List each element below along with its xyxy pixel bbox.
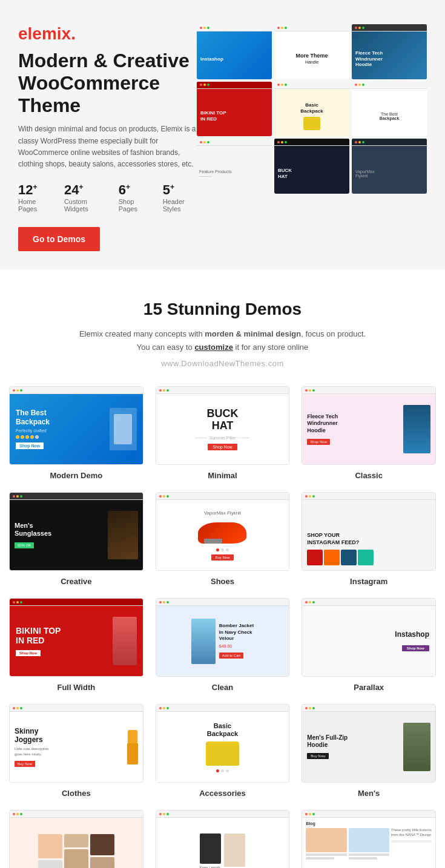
stat-header-styles: 5+ Header Styles xyxy=(163,182,197,212)
demo-label-minimal: Minimal xyxy=(208,471,237,480)
stat-home-pages: 12+ Home Pages xyxy=(18,182,50,212)
section-description: Elemix created many concepts with morden… xyxy=(12,327,433,354)
demo-thumb-classic[interactable]: Fleece TechWindrunnerHoodie Shop Now xyxy=(302,386,436,465)
demo-card-parallax: Instashop Shop Now Parallax xyxy=(302,598,436,692)
demo-card-clean: Bomber JacketIn Navy CheckVelour $49.00 … xyxy=(156,598,290,692)
section-header: 15 Stunning Demos Elemix created many co… xyxy=(0,269,445,386)
stat-custom-widgets-label: Custom Widgets xyxy=(64,198,104,212)
demo-thumb-lookbook2[interactable]: Knee LengthCotton Shorts Slim Fit xyxy=(156,810,290,868)
collage-item-5: BasicBackpack xyxy=(274,82,349,137)
demo-card-instagram: SHOP YOURINSTAGRAM FEED? Instagram xyxy=(302,492,436,586)
demo-thumb-modern[interactable]: The BestBackpack Perfectly crafted Shop … xyxy=(9,386,143,465)
logo: elemix. xyxy=(18,24,197,44)
hero-title: Modern & Creative WooCommerce Theme xyxy=(18,50,197,116)
demo-label-clothes: Clothes xyxy=(62,789,91,798)
demo-thumb-mens[interactable]: Men's Full-ZipHoodie Buy Now xyxy=(302,704,436,783)
demo-card-modern: The BestBackpack Perfectly crafted Shop … xyxy=(9,386,143,480)
section-title: 15 Stunning Demos xyxy=(12,300,433,319)
stat-shop-pages: 6+ Shop Pages xyxy=(119,182,148,212)
stat-home-pages-label: Home Pages xyxy=(18,198,50,212)
demo-thumb-minimal[interactable]: BUCKHAT Summer Filter Shop Now xyxy=(156,386,290,465)
collage-item-3: Fleece TechWindrunnerHoodie xyxy=(352,24,427,79)
demo-thumb-creative[interactable]: Men'sSunglasses 50% Off xyxy=(9,492,143,571)
demo-card-lookbook1: Lookbook v1 xyxy=(9,810,143,868)
stat-header-styles-number: 5+ xyxy=(163,182,197,198)
demo-label-accessories: Accessories xyxy=(199,789,246,798)
logo-text: elemix xyxy=(18,24,71,43)
demo-card-blog: Blog xyxy=(302,810,436,868)
stat-shop-pages-label: Shop Pages xyxy=(119,198,148,212)
collage-item-8: BUCKHAT xyxy=(274,139,349,194)
demo-thumb-instagram[interactable]: SHOP YOURINSTAGRAM FEED? xyxy=(302,492,436,571)
demo-card-clothes: SkinnyJoggers Little cute descriptiongoe… xyxy=(9,704,143,798)
demo-card-creative: Men'sSunglasses 50% Off Creative xyxy=(9,492,143,586)
demo-label-creative: Creative xyxy=(61,577,91,586)
collage-item-2: More ThemeHandle xyxy=(274,24,349,79)
go-to-demos-button[interactable]: Go to Demos xyxy=(18,227,100,251)
collage-item-1: Instashop xyxy=(197,24,272,79)
demo-card-classic: Fleece TechWindrunnerHoodie Shop Now Cla… xyxy=(302,386,436,480)
demo-thumb-shoes[interactable]: VaporMax Flyknit Buy Now xyxy=(156,492,290,571)
demo-card-accessories: BasicBackpack Accessories xyxy=(156,704,290,798)
demo-thumb-parallax[interactable]: Instashop Shop Now xyxy=(302,598,436,677)
demo-label-clean: Clean xyxy=(212,683,233,692)
stats-row: 12+ Home Pages 24+ Custom Widgets 6+ Sho… xyxy=(18,182,197,212)
demo-thumb-clean[interactable]: Bomber JacketIn Navy CheckVelour $49.00 … xyxy=(156,598,290,677)
stat-custom-widgets-number: 24+ xyxy=(64,182,104,198)
demo-label-parallax: Parallax xyxy=(354,683,384,692)
collage-item-7: Feature Products——— xyxy=(197,139,272,194)
logo-dot: . xyxy=(71,24,76,43)
collage-item-6: The BestBackpack xyxy=(352,82,427,137)
hero-right: Instashop More ThemeHandle Fleece TechWi… xyxy=(197,24,427,194)
demo-label-instagram: Instagram xyxy=(350,577,387,586)
demos-grid: The BestBackpack Perfectly crafted Shop … xyxy=(0,386,445,868)
demo-label-fullwidth: Full Width xyxy=(57,683,95,692)
demo-card-lookbook2: Knee LengthCotton Shorts Slim Fit Lookbo… xyxy=(156,810,290,868)
demo-label-shoes: Shoes xyxy=(211,577,234,586)
collage-item-9: VaporMaxFlyknit xyxy=(352,139,427,194)
demo-card-fullwidth: BIKINI TOPIN RED Shop Now Full Width xyxy=(9,598,143,692)
stat-home-pages-number: 12+ xyxy=(18,182,50,198)
demo-thumb-blog[interactable]: Blog xyxy=(302,810,436,868)
stat-shop-pages-number: 6+ xyxy=(119,182,148,198)
demo-card-minimal: BUCKHAT Summer Filter Shop Now Minimal xyxy=(156,386,290,480)
demo-label-mens: Men's xyxy=(358,789,380,798)
main-content: 15 Stunning Demos Elemix created many co… xyxy=(0,269,445,868)
stat-custom-widgets: 24+ Custom Widgets xyxy=(64,182,104,212)
demo-thumb-fullwidth[interactable]: BIKINI TOPIN RED Shop Now xyxy=(9,598,143,677)
hero-collage: Instashop More ThemeHandle Fleece TechWi… xyxy=(197,24,427,194)
demo-thumb-accessories[interactable]: BasicBackpack xyxy=(156,704,290,783)
demo-thumb-clothes[interactable]: SkinnyJoggers Little cute descriptiongoe… xyxy=(9,704,143,783)
demo-card-shoes: VaporMax Flyknit Buy Now Sho xyxy=(156,492,290,586)
collage-item-4: BIKINI TOPIN RED xyxy=(197,82,272,137)
demo-thumb-lookbook1[interactable] xyxy=(9,810,143,868)
demo-label-modern: Modern Demo xyxy=(50,471,102,480)
hero-description: With design minimal and focus on product… xyxy=(18,123,197,170)
stat-header-styles-label: Header Styles xyxy=(163,198,197,212)
hero-section: elemix. Modern & Creative WooCommerce Th… xyxy=(0,0,445,269)
hero-left: elemix. Modern & Creative WooCommerce Th… xyxy=(18,24,197,251)
watermark: www.DownloadNewThemes.com xyxy=(12,359,433,368)
collage-grid: Instashop More ThemeHandle Fleece TechWi… xyxy=(197,24,427,194)
demo-label-classic: Classic xyxy=(355,471,383,480)
demo-card-mens: Men's Full-ZipHoodie Buy Now Men's xyxy=(302,704,436,798)
